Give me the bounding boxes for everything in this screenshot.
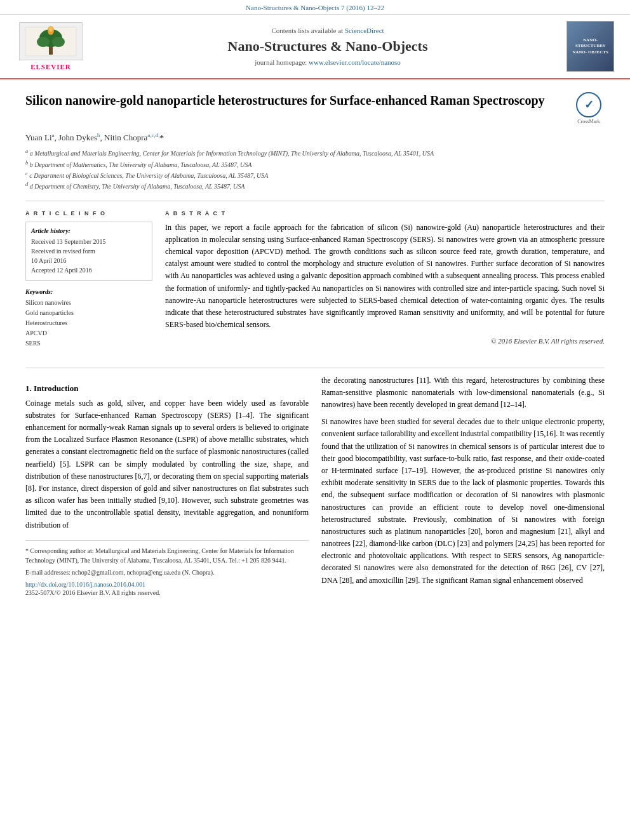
elsevier-logo-section: ELSEVIER [13, 22, 89, 70]
doi-line: http://dx.doi.org/10.1016/j.nanoso.2016.… [25, 581, 309, 588]
footnote-section: * Corresponding author at: Metallurgical… [25, 540, 309, 596]
journal-citation: Nano-Structures & Nano-Objects 7 (2016) … [246, 4, 384, 11]
crossmark-logo: ✓ [576, 92, 601, 117]
journal-cover-logo: NANO- STRUCTURES NANO- OBJECTS [566, 21, 617, 72]
affiliation-d: d d Department of Chemistry, The Univers… [25, 181, 605, 191]
journal-homepage: journal homepage: www.elsevier.com/locat… [89, 58, 566, 66]
corresponding-author-note: * Corresponding author at: Metallurgical… [25, 546, 309, 565]
intro-paragraph-1: Coinage metals such as gold, silver, and… [25, 397, 309, 531]
svg-point-3 [37, 37, 50, 47]
crossmark-label: CrossMark [573, 119, 605, 124]
authors-line: Yuan Lia, John Dykesb, Nitin Chopraa,c,d… [25, 132, 605, 143]
keyword-3: Heterostructures [25, 318, 152, 328]
keyword-1: Silicon nanowires [25, 298, 152, 308]
abstract-heading: A B S T R A C T [165, 210, 605, 217]
affiliations: a a Metallurgical and Materials Engineer… [25, 148, 605, 191]
affiliation-a: a a Metallurgical and Materials Engineer… [25, 148, 605, 158]
journal-cover-image: NANO- STRUCTURES NANO- OBJECTS [566, 21, 614, 72]
homepage-label: journal homepage: [255, 58, 309, 66]
email-note: E-mail addresses: nchop2@gmail.com, ncho… [25, 568, 309, 577]
revised-date: 10 April 2016 [31, 256, 147, 265]
sciencedirect-line: Contents lists available at ScienceDirec… [89, 27, 566, 34]
body-content: 1. Introduction Coinage metals such as g… [0, 375, 630, 596]
article-title-section: Silicon nanowire-gold nanoparticle heter… [25, 92, 605, 124]
received-date: Received 13 September 2015 [31, 237, 147, 246]
intro-number: 1. [25, 383, 32, 393]
journal-title: Nano-Structures & Nano-Objects [89, 38, 566, 55]
contents-available-text: Contents lists available at [271, 27, 344, 34]
body-left-col: 1. Introduction Coinage metals such as g… [25, 375, 309, 596]
journal-header: ELSEVIER Contents lists available at Sci… [0, 15, 630, 79]
article-info-column: A R T I C L E I N F O Article history: R… [25, 210, 152, 349]
sciencedirect-link[interactable]: ScienceDirect [345, 27, 384, 34]
accepted-date: Accepted 12 April 2016 [31, 265, 147, 275]
intro-paragraph-2: the decorating nanostructures [11]. With… [321, 375, 605, 411]
article-history-heading: Article history: [31, 227, 147, 234]
received-revised-label: Received in revised form [31, 246, 147, 256]
intro-title: 1. Introduction [25, 383, 309, 394]
journal-citation-bar: Nano-Structures & Nano-Objects 7 (2016) … [0, 0, 630, 15]
article-info-abstract: A R T I C L E I N F O Article history: R… [25, 210, 605, 349]
keywords-heading: Keywords: [25, 288, 152, 295]
keywords-section: Keywords: Silicon nanowires Gold nanopar… [25, 288, 152, 349]
svg-point-4 [52, 37, 65, 47]
crossmark-section: ✓ CrossMark [573, 92, 605, 124]
article-info-heading: A R T I C L E I N F O [25, 210, 152, 217]
svg-point-6 [49, 27, 53, 32]
keyword-4: APCVD [25, 328, 152, 338]
issn-line: 2352-507X/© 2016 Elsevier B.V. All right… [25, 589, 309, 596]
intro-title-text: Introduction [34, 383, 79, 393]
divider-1 [25, 201, 605, 201]
abstract-column: A B S T R A C T In this paper, we report… [165, 210, 605, 349]
keyword-5: SERS [25, 338, 152, 349]
copyright-line: © 2016 Elsevier B.V. All rights reserved… [165, 337, 605, 345]
main-content: Silicon nanowire-gold nanoparticle heter… [0, 79, 630, 361]
affiliation-c: c c Department of Biological Sciences, T… [25, 170, 605, 180]
homepage-link[interactable]: www.elsevier.com/locate/nanoso [309, 58, 401, 66]
divider-2 [25, 368, 605, 368]
intro-paragraph-3: Si nanowires have been studied for sever… [321, 416, 605, 587]
body-right-col: the decorating nanostructures [11]. With… [321, 375, 605, 596]
elsevier-logo-image [19, 22, 83, 60]
affiliation-b: b b Department of Mathematics, The Unive… [25, 159, 605, 170]
body-two-col: 1. Introduction Coinage metals such as g… [25, 375, 605, 596]
keyword-2: Gold nanoparticles [25, 308, 152, 318]
elsevier-tree-logo [22, 24, 79, 59]
elsevier-label: ELSEVIER [30, 63, 71, 70]
article-history-block: Article history: Received 13 September 2… [25, 222, 152, 281]
abstract-text: In this paper, we report a facile approa… [165, 222, 605, 331]
journal-center-info: Contents lists available at ScienceDirec… [89, 27, 566, 66]
article-title: Silicon nanowire-gold nanoparticle heter… [25, 92, 560, 109]
